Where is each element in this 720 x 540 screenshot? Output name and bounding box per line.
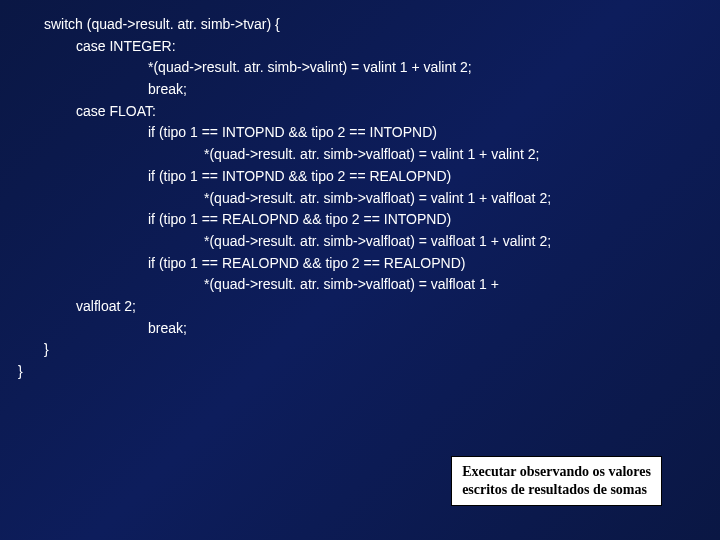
code-line-break-1: break;: [18, 79, 702, 101]
code-line-switch: switch (quad->result. atr. simb->tvar) {: [18, 14, 702, 36]
code-line-if-3: if (tipo 1 == REALOPND && tipo 2 == INTO…: [18, 209, 702, 231]
code-line-assign-4b: valfloat 2;: [18, 296, 702, 318]
callout-line-1: Executar observando os valores: [462, 463, 651, 481]
code-line-if-1: if (tipo 1 == INTOPND && tipo 2 == INTOP…: [18, 122, 702, 144]
code-line-if-2: if (tipo 1 == INTOPND && tipo 2 == REALO…: [18, 166, 702, 188]
code-line-break-2: break;: [18, 318, 702, 340]
code-line-close-outer: }: [18, 361, 702, 383]
code-line-assign-1: *(quad->result. atr. simb->valfloat) = v…: [18, 144, 702, 166]
code-line-case-integer: case INTEGER:: [18, 36, 702, 58]
callout-box: Executar observando os valores escritos …: [451, 456, 662, 506]
code-line-if-4: if (tipo 1 == REALOPND && tipo 2 == REAL…: [18, 253, 702, 275]
callout-line-2: escritos de resultados de somas: [462, 481, 651, 499]
code-line-case-float: case FLOAT:: [18, 101, 702, 123]
code-line-assign-2: *(quad->result. atr. simb->valfloat) = v…: [18, 188, 702, 210]
code-line-assign-3: *(quad->result. atr. simb->valfloat) = v…: [18, 231, 702, 253]
code-line-close-switch: }: [18, 339, 702, 361]
code-line-assign-4a: *(quad->result. atr. simb->valfloat) = v…: [18, 274, 702, 296]
code-line-valint-assign: *(quad->result. atr. simb->valint) = val…: [18, 57, 702, 79]
